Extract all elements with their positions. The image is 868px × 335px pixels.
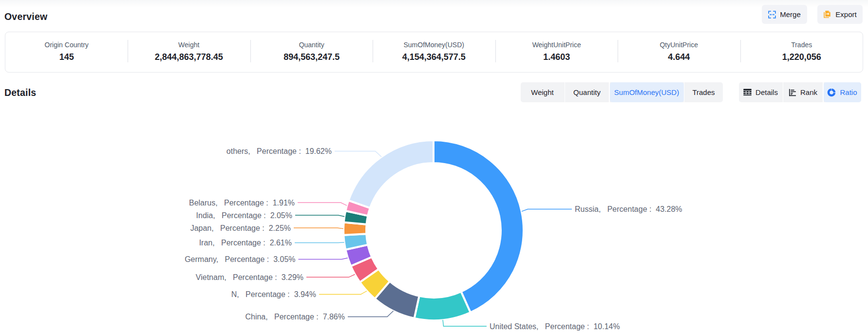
- svg-text:India, Percentage : 2.05%: India, Percentage : 2.05%: [196, 211, 292, 220]
- svg-text:Vietnam, Percentage : 3.29%: Vietnam, Percentage : 3.29%: [196, 273, 303, 281]
- svg-text:others, Percentage : 19.62%: others, Percentage : 19.62%: [226, 147, 332, 155]
- svg-text:N, Percentage : 3.94%: N, Percentage : 3.94%: [231, 290, 316, 298]
- svg-text:Belarus, Percentage : 1.91%: Belarus, Percentage : 1.91%: [189, 199, 295, 207]
- svg-text:Russia, Percentage : 43.28%: Russia, Percentage : 43.28%: [575, 205, 682, 213]
- svg-text:China, Percentage : 7.86%: China, Percentage : 7.86%: [245, 313, 345, 321]
- svg-text:Japan, Percentage : 2.25%: Japan, Percentage : 2.25%: [190, 224, 291, 232]
- svg-text:Iran, Percentage : 2.61%: Iran, Percentage : 2.61%: [199, 239, 292, 247]
- svg-text:United States, Percentage :: United States, Percentage : 10.14%: [490, 322, 620, 331]
- svg-text:Germany, Percentage : 3.05%: Germany, Percentage : 3.05%: [185, 255, 295, 263]
